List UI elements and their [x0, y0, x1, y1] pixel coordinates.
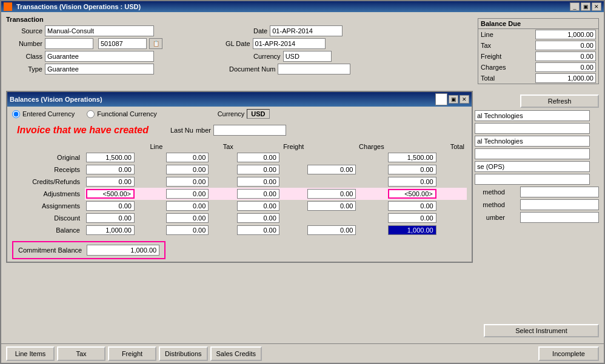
method-label-2: method — [475, 201, 505, 208]
balances-restore-button[interactable]: ▣ — [449, 95, 458, 104]
receipts-freight[interactable] — [237, 165, 279, 174]
minimize-button[interactable]: _ — [570, 2, 580, 11]
window-icon — [4, 2, 12, 11]
refresh-button[interactable]: Refresh — [520, 94, 599, 108]
discount-freight[interactable] — [237, 213, 279, 223]
currency-label: Currency — [253, 53, 281, 60]
assignments-freight[interactable] — [237, 201, 279, 211]
commitment-balance-input[interactable] — [87, 245, 159, 256]
balance-row-total[interactable] — [388, 225, 436, 235]
source-input[interactable] — [45, 25, 154, 36]
right-section: method method umber — [475, 110, 599, 225]
currency-display: Currency USD — [218, 109, 270, 119]
currency-display-label: Currency — [218, 110, 245, 117]
last-number-row: Last Nu mber — [170, 125, 286, 136]
entered-currency-radio-group: Entered Currency — [12, 110, 75, 118]
credits-line[interactable] — [86, 177, 135, 187]
balance-row-charges[interactable] — [307, 225, 356, 235]
balance-tax-value[interactable] — [535, 41, 596, 50]
adjustments-line[interactable] — [86, 189, 135, 199]
number-input[interactable] — [45, 38, 93, 49]
balance-total-value[interactable] — [535, 73, 596, 83]
right-field-5[interactable] — [475, 161, 590, 172]
assignments-total[interactable] — [388, 201, 436, 211]
table-row: Credits/Refunds — [12, 176, 467, 188]
functional-currency-radio[interactable] — [87, 110, 95, 118]
balance-freight-value[interactable] — [535, 51, 596, 61]
gl-date-input[interactable] — [253, 38, 326, 49]
balance-total-row: Total — [478, 73, 598, 84]
line-items-button[interactable]: Line Items — [6, 346, 55, 361]
original-charges — [307, 153, 356, 162]
method-input-2[interactable] — [520, 199, 599, 210]
main-window-title: Transactions (Vision Operations : USD) — [16, 3, 141, 10]
number-picker-button[interactable]: 📋 — [149, 38, 162, 49]
freight-button[interactable]: Freight — [108, 346, 156, 361]
balance-row-tax[interactable] — [166, 225, 209, 235]
balance-row-freight[interactable] — [237, 225, 279, 235]
assignments-tax[interactable] — [166, 201, 209, 211]
original-freight[interactable] — [237, 153, 279, 162]
balances-controls[interactable]: ▣ ✕ — [435, 93, 469, 105]
adjustments-total[interactable] — [388, 189, 436, 199]
balances-window: Balances (Vision Operations) ▣ ✕ Entered… — [6, 91, 473, 263]
date-input[interactable] — [270, 25, 343, 36]
assignments-line[interactable] — [86, 201, 135, 211]
sales-credits-button[interactable]: Sales Credits — [210, 346, 262, 361]
balance-row-line[interactable] — [86, 225, 135, 235]
entered-currency-radio[interactable] — [12, 110, 20, 118]
discount-tax[interactable] — [166, 213, 209, 223]
original-tax[interactable] — [166, 153, 209, 162]
right-field-4[interactable] — [475, 148, 590, 159]
adjustments-freight[interactable] — [237, 189, 279, 199]
currency-row: Entered Currency Functional Currency Cur… — [7, 107, 472, 121]
title-bar-left: Transactions (Vision Operations : USD) — [4, 2, 141, 11]
col-header-freight: Freight — [236, 142, 307, 151]
type-input[interactable] — [45, 64, 154, 74]
restore-button[interactable]: ▣ — [581, 2, 590, 11]
close-button[interactable]: ✕ — [592, 2, 601, 11]
number-label: Number — [6, 40, 42, 47]
incomplete-button[interactable]: Incomplete — [538, 346, 599, 361]
distributions-button[interactable]: Distributions — [159, 346, 208, 361]
resize-icon — [435, 93, 447, 105]
col-header-line: Line — [85, 142, 165, 151]
table-row: Receipts — [12, 164, 467, 176]
title-bar-controls[interactable]: _ ▣ ✕ — [570, 2, 601, 11]
right-field-2[interactable] — [475, 123, 590, 134]
credits-freight[interactable] — [237, 177, 279, 187]
receipts-line[interactable] — [86, 165, 135, 174]
discount-total[interactable] — [388, 213, 436, 223]
method-input-1[interactable] — [520, 187, 599, 197]
receipts-charges[interactable] — [307, 165, 356, 174]
right-field-3[interactable] — [475, 136, 590, 147]
discount-line[interactable] — [86, 213, 135, 223]
select-instrument-button[interactable]: Select Instrument — [484, 324, 599, 337]
main-title-bar: Transactions (Vision Operations : USD) _… — [1, 1, 604, 12]
adjustments-tax[interactable] — [166, 189, 209, 199]
original-line[interactable] — [86, 153, 135, 162]
class-select[interactable]: Guarantee — [45, 51, 154, 62]
receipts-tax[interactable] — [166, 165, 209, 174]
document-num-input[interactable] — [278, 64, 350, 74]
number-row-input[interactable] — [520, 212, 599, 223]
receipts-total[interactable] — [388, 165, 436, 174]
credits-total[interactable] — [388, 177, 436, 187]
tax-button[interactable]: Tax — [57, 346, 105, 361]
currency-input[interactable] — [283, 51, 332, 62]
last-number-input[interactable] — [213, 125, 286, 136]
right-field-6[interactable] — [475, 174, 590, 185]
number-value[interactable] — [98, 38, 147, 49]
adjustments-charges[interactable] — [307, 189, 356, 199]
assignments-charges[interactable] — [307, 201, 356, 211]
functional-currency-radio-group: Functional Currency — [87, 110, 156, 118]
col-header-total: Total — [387, 142, 467, 151]
balance-charges-value[interactable] — [535, 62, 596, 72]
number-row-label: umber — [475, 214, 505, 221]
entered-currency-label: Entered Currency — [22, 110, 75, 117]
right-field-1[interactable] — [475, 110, 590, 121]
original-total[interactable] — [388, 153, 436, 162]
credits-tax[interactable] — [166, 177, 209, 187]
balances-close-button[interactable]: ✕ — [460, 95, 469, 104]
balance-line-value[interactable] — [535, 30, 596, 39]
